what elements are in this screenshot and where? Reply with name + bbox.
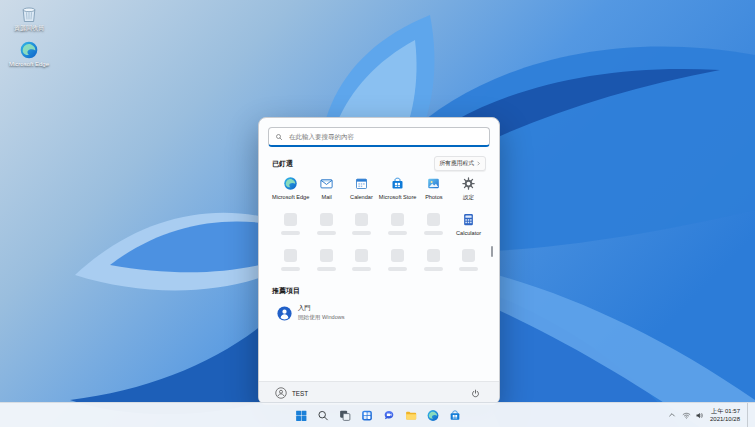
pinned-pages-scrollbar[interactable]	[491, 246, 493, 257]
pinned-app-settings[interactable]: 設定	[451, 174, 486, 209]
photos-icon	[426, 176, 441, 191]
pinned-app-mail[interactable]: Mail	[309, 174, 344, 209]
pinned-app-loading[interactable]	[344, 246, 379, 281]
recommended-item-get-started[interactable]: 入門 開始使用 Windows	[272, 301, 379, 325]
desktop-icon-recycle-bin[interactable]: 資源回收筒	[3, 4, 55, 32]
loading-app-icon	[355, 213, 368, 226]
search-box[interactable]	[268, 127, 490, 147]
taskbar-file-explorer-button[interactable]	[401, 406, 420, 425]
loading-app-icon	[320, 213, 333, 226]
chevron-right-icon	[476, 161, 481, 166]
desktop-icon-label: 資源回收筒	[14, 25, 44, 32]
taskbar-store-button[interactable]	[445, 406, 464, 425]
pinned-app-loading[interactable]	[416, 246, 451, 281]
user-profile-button[interactable]: TEST	[275, 387, 308, 399]
calendar-icon	[354, 176, 369, 191]
task-view-icon	[338, 409, 351, 422]
loading-app-label	[317, 231, 336, 235]
pinned-app-loading[interactable]	[379, 246, 417, 281]
system-tray: 上午 01:57 2021/10/28	[668, 403, 751, 427]
recommended-header: 推薦項目	[259, 281, 499, 299]
taskbar-edge-button[interactable]	[423, 406, 442, 425]
store-icon	[448, 409, 461, 422]
wifi-icon[interactable]	[682, 411, 691, 420]
app-label: Microsoft Edge	[272, 194, 309, 200]
edge-icon	[19, 40, 39, 60]
tray-expand-button[interactable]	[668, 403, 676, 427]
loading-app-label	[281, 267, 300, 271]
recommended-item-title: 入門	[298, 304, 345, 313]
loading-app-icon	[284, 249, 297, 262]
loading-app-icon	[320, 249, 333, 262]
loading-app-label	[352, 231, 371, 235]
pinned-app-loading[interactable]	[379, 210, 417, 245]
start-menu: 已釘選 所有應用程式 Microsoft Edge Mail	[258, 117, 500, 405]
loading-app-label	[459, 267, 478, 271]
loading-app-icon	[427, 213, 440, 226]
show-desktop-button[interactable]	[747, 403, 751, 427]
clock-time: 上午 01:57	[710, 407, 740, 415]
pinned-app-loading[interactable]	[416, 210, 451, 245]
loading-app-label	[281, 231, 300, 235]
pinned-app-loading[interactable]	[272, 210, 309, 245]
chevron-up-icon	[668, 411, 676, 419]
taskbar-widgets-button[interactable]	[357, 406, 376, 425]
pinned-app-calendar[interactable]: Calendar	[344, 174, 379, 209]
pinned-app-microsoft-edge[interactable]: Microsoft Edge	[272, 174, 309, 209]
app-label: Microsoft Store	[379, 194, 417, 200]
start-menu-footer: TEST	[259, 381, 499, 404]
pinned-app-loading[interactable]	[309, 210, 344, 245]
recommended-item-subtitle: 開始使用 Windows	[298, 314, 345, 322]
loading-app-label	[424, 267, 443, 271]
app-label: Photos	[425, 194, 442, 200]
pinned-app-loading[interactable]	[344, 210, 379, 245]
app-label: Calculator	[456, 230, 481, 236]
get-started-icon	[276, 305, 293, 322]
chat-icon	[382, 409, 395, 422]
desktop: 資源回收筒 Microsoft Edge	[0, 0, 755, 427]
avatar-icon	[275, 387, 287, 399]
pinned-app-grid: Microsoft Edge Mail Calendar Microsoft S…	[259, 174, 499, 281]
folder-icon	[404, 409, 417, 422]
taskbar-start-button[interactable]	[291, 406, 310, 425]
loading-app-icon	[355, 249, 368, 262]
power-button[interactable]	[468, 386, 483, 401]
app-label: Mail	[322, 194, 332, 200]
all-apps-button[interactable]: 所有應用程式	[434, 156, 486, 171]
loading-app-icon	[427, 249, 440, 262]
taskbar-chat-button[interactable]	[379, 406, 398, 425]
search-input[interactable]	[287, 132, 483, 141]
store-icon	[390, 176, 405, 191]
pinned-app-loading[interactable]	[309, 246, 344, 281]
pinned-header: 已釘選 所有應用程式	[259, 151, 499, 174]
pinned-app-photos[interactable]: Photos	[416, 174, 451, 209]
search-icon	[275, 133, 283, 141]
pinned-app-microsoft-store[interactable]: Microsoft Store	[379, 174, 417, 209]
taskbar-search-button[interactable]	[313, 406, 332, 425]
search-icon	[316, 409, 329, 422]
recommended-list: 入門 開始使用 Windows	[259, 299, 499, 327]
all-apps-label: 所有應用程式	[439, 159, 474, 168]
desktop-icon-label: Microsoft Edge	[9, 61, 49, 68]
widgets-icon	[360, 409, 373, 422]
loading-app-icon	[391, 213, 404, 226]
volume-icon[interactable]	[695, 411, 704, 420]
pinned-app-loading[interactable]	[272, 246, 309, 281]
loading-app-label	[317, 267, 336, 271]
loading-app-label	[424, 231, 443, 235]
taskbar-center-buttons	[291, 403, 464, 427]
power-icon	[471, 389, 480, 398]
pinned-app-calculator[interactable]: Calculator	[451, 210, 486, 245]
gear-icon	[461, 176, 476, 191]
tray-status-icons	[682, 411, 704, 420]
pinned-app-loading[interactable]	[451, 246, 486, 281]
loading-app-icon	[284, 213, 297, 226]
clock-date: 2021/10/28	[710, 415, 740, 423]
taskbar-task-view-button[interactable]	[335, 406, 354, 425]
loading-app-icon	[462, 249, 475, 262]
loading-app-label	[388, 267, 407, 271]
loading-app-label	[352, 267, 371, 271]
tray-clock[interactable]: 上午 01:57 2021/10/28	[710, 407, 740, 423]
desktop-icon-list: 資源回收筒 Microsoft Edge	[3, 4, 55, 68]
desktop-icon-edge[interactable]: Microsoft Edge	[3, 40, 55, 68]
